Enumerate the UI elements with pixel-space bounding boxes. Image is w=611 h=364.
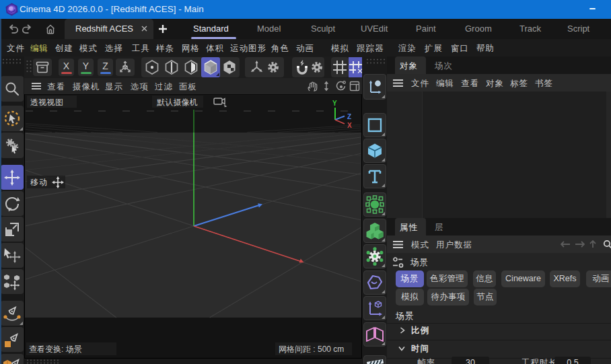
svg-text:默认摄像机: 默认摄像机 <box>157 98 198 107</box>
svg-text:Z: Z <box>347 113 351 120</box>
svg-text:透视视图: 透视视图 <box>30 98 63 107</box>
svg-text:网格间距 : 500 cm: 网格间距 : 500 cm <box>279 344 344 354</box>
svg-text:查看变换: 场景: 查看变换: 场景 <box>29 344 82 354</box>
svg-text:X: X <box>347 122 352 129</box>
svg-text:移动: 移动 <box>30 178 48 187</box>
svg-text:Y: Y <box>332 100 337 107</box>
